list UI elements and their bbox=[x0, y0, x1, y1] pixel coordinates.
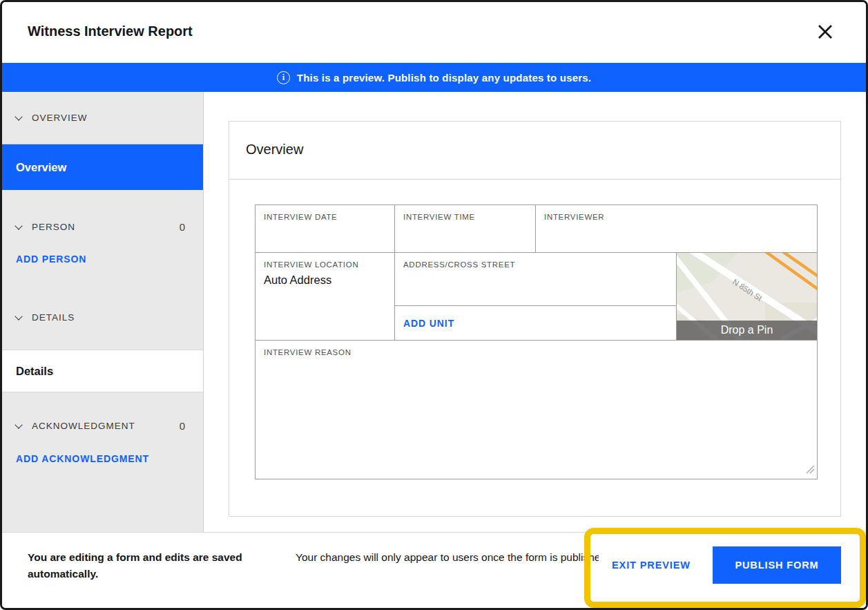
card-title: Overview bbox=[246, 142, 303, 158]
section-header-label: PERSON bbox=[32, 222, 75, 232]
sidebar-item-label: Details bbox=[16, 365, 53, 378]
chevron-down-icon bbox=[15, 421, 22, 428]
footer-bar: You are editing a form and edits are sav… bbox=[2, 532, 866, 608]
sidebar-item-details[interactable]: Details bbox=[2, 350, 203, 392]
preview-banner: i This is a preview. Publish to display … bbox=[2, 63, 866, 92]
section-header-label: DETAILS bbox=[32, 312, 75, 323]
form-row: INTERVIEW DATE INTERVIEW TIME INTERVIEWE… bbox=[255, 204, 818, 253]
chevron-down-icon bbox=[15, 312, 22, 320]
acknowledgment-count-badge: 0 bbox=[180, 420, 185, 432]
add-acknowledgment-link[interactable]: ADD ACKNOWLEDGMENT bbox=[16, 453, 149, 464]
divider bbox=[229, 179, 840, 180]
field-label: INTERVIEW TIME bbox=[395, 205, 535, 221]
add-unit-link[interactable]: ADD UNIT bbox=[395, 306, 676, 341]
title-bar: Witness Interview Report bbox=[2, 2, 866, 63]
interviewer-field[interactable]: INTERVIEWER bbox=[535, 204, 818, 253]
interview-time-field[interactable]: INTERVIEW TIME bbox=[394, 204, 536, 253]
banner-message: This is a preview. Publish to display an… bbox=[297, 72, 591, 84]
form-row: INTERVIEW REASON bbox=[255, 340, 818, 479]
info-icon-glyph: i bbox=[282, 73, 284, 83]
person-count-badge: 0 bbox=[180, 221, 185, 233]
publish-note: Your changes will only appear to users o… bbox=[296, 549, 610, 566]
close-icon bbox=[816, 23, 834, 43]
location-map[interactable]: N 85th St Drop a Pin bbox=[676, 252, 818, 341]
overview-form: INTERVIEW DATE INTERVIEW TIME INTERVIEWE… bbox=[255, 204, 818, 479]
sidebar-item-label: Overview bbox=[16, 161, 66, 174]
add-person-link[interactable]: ADD PERSON bbox=[16, 254, 86, 265]
chevron-down-icon bbox=[15, 222, 22, 229]
interview-location-value: Auto Address bbox=[255, 269, 394, 287]
exit-preview-button[interactable]: EXIT PREVIEW bbox=[599, 546, 704, 584]
autosave-note: You are editing a form and edits are sav… bbox=[28, 549, 275, 582]
main-content: Overview INTERVIEW DATE INTERVIEW TIME I… bbox=[204, 92, 866, 532]
form-nav-sidebar: OVERVIEW Overview PERSON 0 ADD PERSON DE… bbox=[2, 92, 204, 532]
field-label: INTERVIEW REASON bbox=[255, 341, 817, 356]
sidebar-section-acknowledgment[interactable]: ACKNOWLEDGMENT 0 bbox=[16, 420, 185, 432]
form-row: INTERVIEW LOCATION Auto Address ADDRESS/… bbox=[255, 252, 818, 341]
publish-form-button[interactable]: PUBLISH FORM bbox=[713, 546, 841, 584]
drop-a-pin-button[interactable]: Drop a Pin bbox=[677, 321, 817, 340]
field-label: INTERVIEWER bbox=[536, 205, 817, 221]
field-label: INTERVIEW LOCATION bbox=[255, 253, 394, 269]
interview-location-field[interactable]: INTERVIEW LOCATION Auto Address bbox=[255, 252, 395, 341]
interview-reason-field[interactable]: INTERVIEW REASON bbox=[255, 340, 818, 479]
address-cross-street-group: ADDRESS/CROSS STREET ADD UNIT bbox=[394, 252, 677, 341]
interview-date-field[interactable]: INTERVIEW DATE bbox=[255, 204, 395, 253]
sidebar-item-overview[interactable]: Overview bbox=[2, 144, 203, 190]
sidebar-section-details[interactable]: DETAILS bbox=[16, 312, 185, 323]
close-button[interactable] bbox=[813, 21, 837, 44]
overview-card: Overview INTERVIEW DATE INTERVIEW TIME I… bbox=[229, 121, 841, 517]
sidebar-section-person[interactable]: PERSON 0 bbox=[16, 221, 185, 233]
resize-handle-icon[interactable] bbox=[806, 464, 815, 477]
chevron-down-icon bbox=[15, 113, 22, 120]
section-header-label: ACKNOWLEDGMENT bbox=[32, 421, 135, 431]
info-icon: i bbox=[277, 71, 290, 84]
field-label: INTERVIEW DATE bbox=[255, 205, 394, 221]
window-title: Witness Interview Report bbox=[28, 23, 193, 39]
modal-window: Witness Interview Report i This is a pre… bbox=[0, 0, 868, 610]
section-header-label: OVERVIEW bbox=[32, 113, 88, 123]
sidebar-section-overview[interactable]: OVERVIEW bbox=[16, 113, 185, 123]
address-cross-street-field[interactable]: ADDRESS/CROSS STREET bbox=[395, 253, 676, 306]
field-label: ADDRESS/CROSS STREET bbox=[395, 253, 676, 269]
